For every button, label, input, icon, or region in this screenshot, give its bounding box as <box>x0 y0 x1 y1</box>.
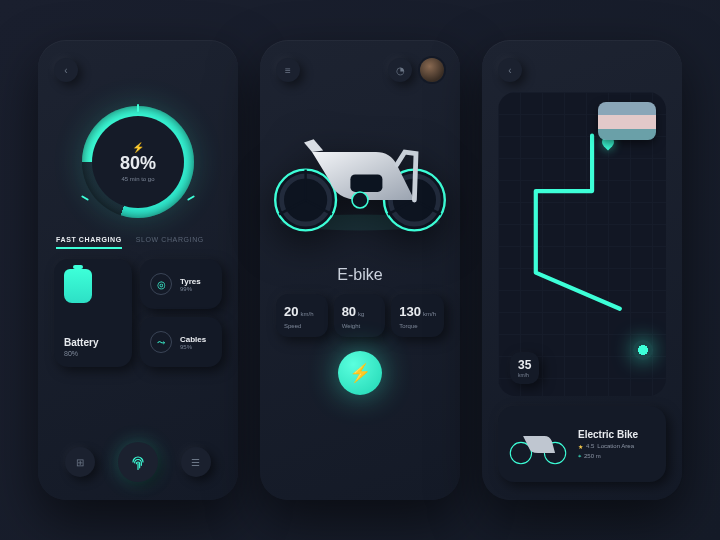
nav-settings-button[interactable]: ☰ <box>181 447 211 477</box>
info-title: Electric Bike <box>578 429 638 440</box>
speed-chip: 35 km/h <box>510 352 539 384</box>
battery-icon <box>64 269 92 303</box>
back-button[interactable]: ‹ <box>498 58 522 82</box>
tyres-card[interactable]: ◎ Tyres 99% <box>140 259 222 309</box>
location-icon: ⌖ <box>578 453 581 460</box>
nav-fingerprint-button[interactable] <box>118 442 158 482</box>
stat-torque: 130km/h Torque <box>391 294 444 337</box>
bolt-icon: ⚡ <box>349 362 371 384</box>
topbar: ‹ <box>54 58 222 82</box>
stat-speed: 20km/h Speed <box>276 294 328 337</box>
bike-title: E-bike <box>276 266 444 284</box>
bolt-icon: ⚡ <box>120 142 156 153</box>
fingerprint-icon <box>128 452 148 472</box>
star-icon: ★ <box>578 443 583 450</box>
cables-icon: ⤳ <box>150 331 172 353</box>
menu-icon: ≡ <box>285 65 291 76</box>
map-view[interactable]: 35 km/h <box>498 92 666 396</box>
info-rating-row: ★ 4.5 Location Area <box>578 443 638 450</box>
stat-weight: 80kg Weight <box>334 294 386 337</box>
tab-slow-charging[interactable]: SLOW CHARGING <box>136 236 204 249</box>
topbar: ‹ <box>498 58 666 82</box>
bike-stats: 20km/h Speed 80kg Weight 130km/h Torque <box>276 294 444 337</box>
tyres-title: Tyres <box>180 277 201 286</box>
info-distance-row: ⌖ 250 m <box>578 453 638 460</box>
cables-value: 95% <box>180 344 206 350</box>
battery-percent: 80% <box>120 153 156 174</box>
svg-point-14 <box>352 192 368 208</box>
battery-screen: ‹ ⚡ 80% 45 min to go FAST CHARGING SLOW … <box>38 40 238 500</box>
tyres-value: 99% <box>180 286 201 292</box>
avatar[interactable] <box>420 58 444 82</box>
battery-card-title: Battery <box>64 337 122 348</box>
notification-button[interactable]: ◔ <box>388 58 412 82</box>
menu-button[interactable]: ≡ <box>276 58 300 82</box>
chevron-left-icon: ‹ <box>508 65 511 76</box>
destination-preview-image[interactable] <box>598 102 656 140</box>
status-cards: Battery 80% ◎ Tyres 99% ⤳ Cables 95% <box>54 259 222 367</box>
destination-pin-icon <box>633 340 653 360</box>
charging-tabs: FAST CHARGING SLOW CHARGING <box>56 236 220 249</box>
bottom-nav: ⊞ ☰ <box>54 442 222 482</box>
bell-icon: ◔ <box>396 65 405 76</box>
map-screen: ‹ 35 km/h Electric Bike ★ 4.5 Location A… <box>482 40 682 500</box>
topbar: ≡ ◔ <box>276 58 444 82</box>
battery-card-value: 80% <box>64 350 122 357</box>
ebike-image <box>256 112 464 240</box>
power-button[interactable]: ⚡ <box>338 351 382 395</box>
back-button[interactable]: ‹ <box>54 58 78 82</box>
bike-info-card[interactable]: Electric Bike ★ 4.5 Location Area ⌖ 250 … <box>498 406 666 482</box>
map-icon: ⊞ <box>76 457 84 468</box>
chevron-left-icon: ‹ <box>64 65 67 76</box>
battery-gauge: ⚡ 80% 45 min to go <box>54 92 222 232</box>
sliders-icon: ☰ <box>191 457 200 468</box>
cables-title: Cables <box>180 335 206 344</box>
tyres-icon: ◎ <box>150 273 172 295</box>
cables-card[interactable]: ⤳ Cables 95% <box>140 317 222 367</box>
tab-fast-charging[interactable]: FAST CHARGING <box>56 236 122 249</box>
bike-screen: ≡ ◔ E-bike 20km/h Spe <box>260 40 460 500</box>
bike-thumbnail-icon <box>506 417 570 471</box>
svg-rect-13 <box>350 174 382 192</box>
nav-map-button[interactable]: ⊞ <box>65 447 95 477</box>
bike-hero <box>276 92 444 260</box>
battery-card[interactable]: Battery 80% <box>54 259 132 367</box>
battery-eta: 45 min to go <box>120 176 156 182</box>
